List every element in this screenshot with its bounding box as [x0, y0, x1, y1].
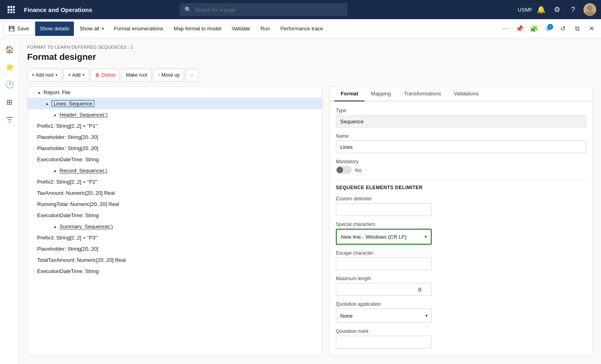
escape-character-label: Escape character	[336, 250, 586, 256]
sidebar-favorites-icon[interactable]: ⭐	[2, 59, 18, 75]
mandatory-value: No	[355, 167, 362, 173]
more-tree-options-button[interactable]: ···	[186, 69, 198, 81]
user-avatar[interactable]	[583, 3, 596, 16]
sidebar-home-icon[interactable]: 🏠	[2, 42, 18, 57]
more-options-button[interactable]: ···	[499, 22, 512, 35]
svg-point-10	[585, 11, 595, 16]
tree-node-execution-datetime1[interactable]: ExecutionDateTime: String	[28, 154, 322, 165]
add-root-button[interactable]: + Add root ▾	[27, 69, 62, 81]
search-box[interactable]: 🔍	[180, 3, 347, 16]
split-layout: ▲ Report: File ▲ Lines: Sequence ▲ Heade…	[27, 86, 593, 355]
show-all-chevron-icon: ▾	[102, 26, 104, 31]
add-button[interactable]: + Add ▾	[63, 69, 89, 81]
custom-delimiter-label: Custom delimiter	[336, 196, 586, 202]
performance-trace-button[interactable]: Performance trace	[276, 22, 328, 36]
settings-icon[interactable]: ⚙	[551, 4, 563, 15]
mandatory-toggle[interactable]	[336, 166, 352, 174]
delete-button[interactable]: 🗑 Delete	[91, 69, 120, 81]
tree-node-prefix3[interactable]: Prefix3: String[2..2] = "P3"	[28, 232, 322, 243]
quotation-mark-label: Quotation mark	[336, 328, 586, 334]
notification-icon[interactable]: 🔔	[536, 4, 547, 15]
type-label: Type	[336, 108, 586, 113]
svg-rect-5	[13, 9, 15, 11]
tree-node-running-total[interactable]: RunningTotal: Numeric[20..20] Real	[28, 198, 322, 210]
tree-node-prefix2[interactable]: Prefix2: String[2..2] = "P2"	[28, 176, 322, 187]
refresh-button[interactable]: ↺	[556, 22, 569, 35]
validate-button[interactable]: Validate	[227, 22, 255, 36]
sidebar-recent-icon[interactable]: 🕐	[2, 77, 18, 93]
extension-button[interactable]: 🧩	[528, 22, 540, 35]
tree-toggle-summary: ▲	[53, 224, 60, 229]
delete-icon: 🗑	[95, 72, 100, 78]
maximum-length-input[interactable]	[336, 283, 432, 296]
tree-node-placeholder1[interactable]: Placeholder: String[20..20]	[28, 131, 322, 142]
map-format-to-model-button[interactable]: Map format to model	[169, 22, 226, 36]
type-field-group: Type Sequence	[336, 108, 586, 128]
tree-node-execution-datetime2[interactable]: ExecutionDateTime: String	[28, 210, 322, 221]
tab-validations[interactable]: Validations	[447, 87, 485, 101]
pin-button[interactable]: 📌	[513, 22, 526, 35]
tree-node-total-tax-amount[interactable]: TotalTaxAmount: Numeric[20..20] Real	[28, 254, 322, 265]
make-root-button[interactable]: Make root	[121, 69, 151, 81]
command-bar: 💾 Save Show details Show all ▾ Format en…	[0, 19, 601, 38]
mandatory-label: Mandatory	[336, 159, 586, 164]
svg-rect-6	[8, 12, 10, 13]
special-characters-wrapper: None New line - Windows (CR LF) New line…	[336, 229, 432, 245]
save-button[interactable]: 💾 Save	[3, 22, 34, 36]
content-area: FORMAT TO LEARN DEFERRED SEQUENCES : 2 F…	[19, 38, 601, 364]
maximum-length-group: Maximum length	[336, 276, 586, 296]
save-icon: 💾	[8, 26, 15, 32]
tree-node-prefix1[interactable]: Prefix1: String[2..2] = "P1"	[28, 120, 322, 131]
type-value: Sequence	[336, 115, 586, 128]
tree-node-record-sequence[interactable]: ▲ Record: Sequence(;)	[28, 165, 322, 176]
page-title: Format designer	[27, 52, 593, 62]
tree-node-summary-sequence[interactable]: ▲ Summary: Sequence(;)	[28, 221, 322, 232]
section-header: SEQUENCE ELEMENTS DELIMITER	[336, 185, 586, 190]
tree-node-header-sequence[interactable]: ▲ Header: Sequence(;)	[28, 109, 322, 120]
tree-panel: ▲ Report: File ▲ Lines: Sequence ▲ Heade…	[27, 86, 323, 355]
svg-rect-7	[10, 12, 12, 13]
tree-node-lines-sequence[interactable]: ▲ Lines: Sequence	[28, 98, 322, 109]
tree-node-placeholder2[interactable]: Placeholder: String[20..20]	[28, 142, 322, 154]
show-details-button[interactable]: Show details	[35, 22, 74, 36]
tree-toggle-record: ▲	[53, 168, 60, 173]
name-field-group: Name	[336, 133, 586, 153]
tree-node-tax-amount[interactable]: TaxAmount: Numeric[20..20] Real	[28, 187, 322, 198]
main-content: 🏠 ⭐ 🕐 ⊞ FORMAT TO LEARN DEFERRED SEQUENC…	[0, 38, 601, 364]
custom-delimiter-input[interactable]	[336, 203, 432, 216]
tree-node-execution-datetime3[interactable]: ExecutionDateTime: String	[28, 265, 322, 277]
run-button[interactable]: Run	[256, 22, 275, 36]
quotation-application-select[interactable]: None Always When needed	[336, 309, 432, 323]
sidebar-workspaces-icon[interactable]: ⊞	[2, 94, 18, 110]
sidebar-filter-icon[interactable]	[2, 112, 18, 128]
tree-node-report-file[interactable]: ▲ Report: File	[28, 87, 322, 98]
special-characters-select[interactable]: None New line - Windows (CR LF) New line…	[337, 229, 431, 244]
escape-character-input[interactable]	[336, 257, 432, 270]
name-label: Name	[336, 133, 586, 139]
search-input[interactable]	[194, 7, 343, 13]
format-enumerations-button[interactable]: Format enumerations	[109, 22, 169, 36]
tree-toggle-header: ▲	[53, 113, 60, 117]
tab-transformations[interactable]: Transformations	[397, 87, 447, 101]
app-grid-icon[interactable]	[5, 3, 18, 16]
show-all-button[interactable]: Show all ▾	[75, 22, 108, 36]
open-new-tab-button[interactable]: ⧉	[571, 22, 583, 35]
quotation-application-label: Quotation application	[336, 301, 586, 307]
apps-button[interactable]: ⊞ 0	[542, 22, 555, 35]
close-button[interactable]: ✕	[585, 22, 598, 35]
left-sidebar: 🏠 ⭐ 🕐 ⊞	[0, 38, 19, 364]
tree-node-placeholder3[interactable]: Placeholder: String[20..20]	[28, 243, 322, 254]
tab-format[interactable]: Format	[334, 87, 365, 101]
svg-rect-0	[8, 6, 10, 8]
quotation-mark-group: Quotation mark	[336, 328, 586, 348]
tab-mapping[interactable]: Mapping	[365, 87, 397, 101]
help-icon[interactable]: ?	[567, 4, 579, 15]
add-plus-icon: +	[68, 72, 71, 78]
custom-delimiter-group: Custom delimiter	[336, 196, 586, 216]
name-input[interactable]	[336, 140, 586, 153]
move-up-button[interactable]: ↑ Move up	[153, 69, 184, 81]
escape-character-group: Escape character	[336, 250, 586, 270]
tree-toggle-report: ▲	[37, 90, 44, 95]
top-navigation: Finance and Operations 🔍 USMF 🔔 ⚙ ?	[0, 0, 601, 19]
quotation-mark-input[interactable]	[336, 336, 432, 348]
